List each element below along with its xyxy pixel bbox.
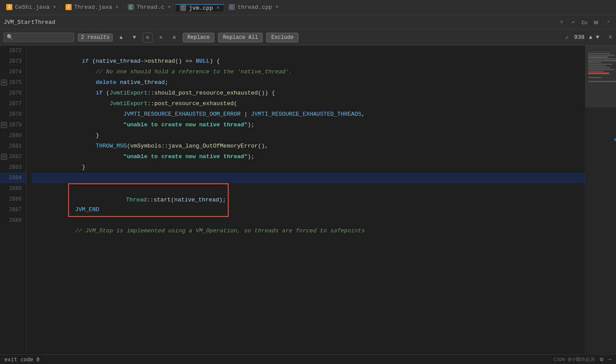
app-container: J CeShi.java × J Thread.java × C Thread.…	[0, 0, 616, 364]
gutter-2875: − 2875	[0, 77, 26, 88]
gutter-2877: 2877	[0, 99, 26, 109]
minimap	[585, 46, 616, 354]
gutter-2873: 2873	[0, 56, 26, 67]
gutter-2882: − 2882	[0, 152, 26, 162]
breadcrumb-item: JVM_StartThread	[4, 19, 55, 26]
results-badge: 2 results	[78, 34, 113, 42]
cpp-icon: C	[180, 5, 186, 11]
minimize-icon[interactable]: −	[608, 356, 612, 363]
search-input-wrap: 🔍	[4, 33, 74, 42]
prev-match-icon[interactable]: ▲	[589, 34, 593, 41]
tab-thread-java-label: Thread.java	[74, 4, 112, 11]
match-count: ✓	[566, 34, 569, 41]
gutter-2884: 2884	[0, 173, 26, 183]
editor-main: 2872 2873 2874 − 2875 2876 2877 2878 − 2…	[0, 46, 616, 354]
search-icon: 🔍	[7, 34, 13, 41]
gutter-2887: 2887	[0, 205, 26, 215]
tab-thread-java[interactable]: J Thread.java ×	[61, 4, 123, 11]
next-result-btn[interactable]: ▼	[130, 33, 139, 42]
gutter-2879: − 2879	[0, 120, 26, 130]
exit-code-label: exit code 0	[4, 356, 39, 363]
tab-thread-cpp[interactable]: C thread.cpp ×	[224, 4, 283, 11]
search-input[interactable]	[15, 34, 68, 41]
breadcrumb: JVM_StartThread	[4, 19, 554, 26]
csdn-watermark: CSDN @小魏快起床	[554, 356, 596, 363]
code-rows[interactable]: if (native_thread->osthread() == NULL) {…	[27, 46, 585, 354]
fold-icon-2879[interactable]: −	[1, 122, 7, 128]
fold-icon-2875[interactable]: −	[1, 80, 7, 86]
w-icon[interactable]: W	[591, 18, 601, 27]
regex-icon[interactable]: .*	[603, 18, 612, 27]
code-line-2884: Thread::start(native_thread);	[32, 173, 585, 183]
close-search-btn[interactable]: ×	[608, 34, 612, 42]
tab-thread-c-label: Thread.c	[137, 4, 164, 11]
gutter-2881: 2881	[0, 141, 26, 152]
replace-all-btn[interactable]: Replace All	[218, 33, 263, 42]
replace-btn[interactable]: Replace	[183, 33, 214, 42]
gutter-2878: 2878	[0, 109, 26, 120]
settings-icon[interactable]: ⚙	[600, 356, 603, 363]
tab-thread-cpp-label: thread.cpp	[237, 4, 272, 11]
settings-search-btn[interactable]: ≡	[156, 33, 166, 42]
next-match-icon[interactable]: ▼	[596, 34, 600, 41]
toolbar-icons: × ↩ Cc W .*	[557, 18, 612, 27]
gutter-2880: 2880	[0, 130, 26, 141]
tab-jvm-cpp[interactable]: C jvm.cpp ×	[176, 4, 224, 11]
gutter-2888: 2888	[0, 215, 26, 226]
fold-icon-2882[interactable]: −	[1, 154, 7, 160]
search-replace-bar: 🔍 2 results ▲ ▼ ⊡ ≡ ⚙ Replace Replace Al…	[0, 30, 616, 46]
gutter-2876: 2876	[0, 88, 26, 99]
close-jvm-cpp-tab[interactable]: ×	[217, 5, 220, 11]
breadcrumb-toolbar: JVM_StartThread × ↩ Cc W .*	[0, 15, 616, 30]
java-icon-2: J	[65, 4, 72, 10]
java-icon: J	[6, 4, 12, 10]
prev-result-btn[interactable]: ▲	[116, 33, 126, 42]
tab-bar: J CeShi.java × J Thread.java × C Thread.…	[0, 0, 616, 15]
cpp-icon-2: C	[229, 4, 235, 10]
tab-thread-c[interactable]: C Thread.c ×	[123, 4, 176, 11]
tab-jvm-cpp-label: jvm.cpp	[189, 5, 213, 11]
c-icon: C	[128, 4, 134, 10]
gutter-2872: 2872	[0, 46, 26, 56]
gutter-2885: 2885	[0, 183, 26, 194]
gutter-2874: 2874	[0, 67, 26, 77]
code-line-2883	[32, 162, 585, 173]
close-thread-cpp-tab[interactable]: ×	[275, 4, 279, 10]
close-ceshi-tab[interactable]: ×	[53, 4, 56, 10]
close-thread-java-tab[interactable]: ×	[115, 4, 119, 10]
tab-ceshi-label: CeShi.java	[15, 4, 50, 11]
code-editor: 2872 2873 2874 − 2875 2876 2877 2878 − 2…	[0, 46, 585, 354]
gutter-2886: 2886	[0, 194, 26, 205]
bottom-output-bar: exit code 0 CSDN @小魏快起床 ⚙ −	[0, 354, 616, 364]
minimap-scroll-indicator	[614, 138, 616, 141]
undo-icon[interactable]: ↩	[568, 18, 578, 27]
gutter-2883: 2883	[0, 162, 26, 173]
toggle-search-btn[interactable]: ⊡	[143, 33, 153, 42]
close-breadcrumb-icon[interactable]: ×	[557, 18, 566, 27]
cc-icon[interactable]: Cc	[580, 18, 589, 27]
code-line-2880: THROW_MSG(vmSymbols::java_lang_OutOfMemo…	[32, 130, 585, 141]
code-line-2872: if (native_thread->osthread() == NULL) {	[32, 46, 585, 56]
minimap-viewport	[585, 46, 616, 107]
filter-btn[interactable]: ⚙	[169, 33, 179, 42]
exclude-btn[interactable]: Exclude	[266, 33, 298, 42]
line-number-gutter: 2872 2873 2874 − 2875 2876 2877 2878 − 2…	[0, 46, 27, 354]
close-thread-c-tab[interactable]: ×	[168, 4, 171, 10]
tab-ceshi-java[interactable]: J CeShi.java ×	[2, 4, 61, 11]
match-count-num: 938	[574, 34, 584, 41]
